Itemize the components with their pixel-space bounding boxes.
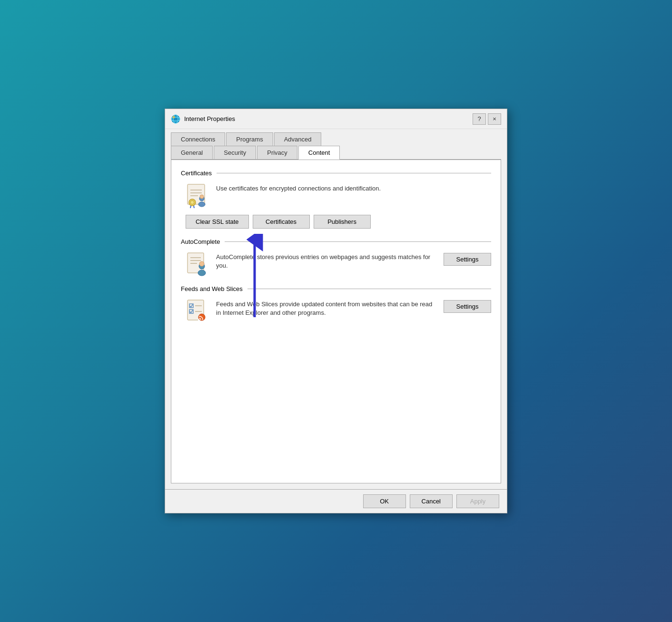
svg-point-23: [199, 261, 204, 266]
certificates-buttons: Clear SSL state Certificates Publishers: [181, 215, 491, 229]
feeds-body: Feeds and Web Slices provide updated con…: [181, 300, 491, 323]
certificates-body: Use certificates for encrypted connectio…: [181, 184, 491, 207]
tab-general[interactable]: General: [171, 146, 213, 160]
internet-properties-dialog: Internet Properties ? × Connections Prog…: [165, 109, 507, 513]
ie-icon: [171, 114, 180, 124]
close-button[interactable]: ×: [488, 113, 501, 125]
title-bar-controls: ? ×: [473, 113, 501, 125]
autocomplete-line: [225, 241, 491, 242]
publishers-button[interactable]: Publishers: [314, 215, 371, 229]
cancel-button[interactable]: Cancel: [410, 494, 453, 508]
tabs-row2: General Security Privacy Content: [165, 145, 507, 159]
feeds-settings-button[interactable]: Settings: [444, 300, 491, 313]
title-bar: Internet Properties ? ×: [165, 109, 507, 129]
autocomplete-section-header: AutoComplete: [181, 238, 491, 245]
autocomplete-settings-button[interactable]: Settings: [444, 253, 491, 266]
feeds-title: Feeds and Web Slices: [181, 285, 243, 292]
feeds-section-header: Feeds and Web Slices: [181, 285, 491, 292]
clear-ssl-button[interactable]: Clear SSL state: [186, 215, 249, 229]
autocomplete-description: AutoComplete stores previous entries on …: [216, 253, 438, 270]
svg-point-3: [173, 116, 175, 118]
tab-programs[interactable]: Programs: [226, 132, 273, 146]
certificates-title: Certificates: [181, 170, 212, 177]
svg-point-11: [190, 201, 194, 204]
svg-point-34: [198, 319, 200, 321]
certificates-button[interactable]: Certificates: [253, 215, 310, 229]
certificates-line: [217, 173, 491, 173]
feeds-line: [247, 289, 491, 289]
apply-button[interactable]: Apply: [456, 494, 499, 508]
dialog-footer: OK Cancel Apply: [165, 489, 507, 513]
svg-line-13: [194, 206, 194, 208]
certificates-section-header: Certificates: [181, 170, 491, 177]
autocomplete-icon: [186, 253, 208, 276]
content-area: Certificates: [171, 160, 501, 483]
svg-point-15: [198, 202, 205, 207]
help-button[interactable]: ?: [473, 113, 486, 125]
ok-button[interactable]: OK: [363, 494, 406, 508]
autocomplete-body: AutoComplete stores previous entries on …: [181, 253, 491, 276]
tabs-row1: Connections Programs Advanced: [165, 129, 507, 145]
tab-advanced[interactable]: Advanced: [274, 132, 322, 146]
tab-connections[interactable]: Connections: [171, 132, 225, 146]
autocomplete-title: AutoComplete: [181, 238, 220, 245]
feeds-icon: [186, 300, 208, 323]
svg-point-16: [200, 195, 204, 199]
feeds-description: Feeds and Web Slices provide updated con…: [216, 300, 438, 317]
svg-point-0: [171, 115, 180, 123]
tab-security[interactable]: Security: [214, 146, 256, 160]
tabs-container: Connections Programs Advanced General Se…: [165, 129, 507, 160]
certificate-icon: [186, 184, 208, 207]
tab-privacy[interactable]: Privacy: [257, 146, 297, 160]
tab-content[interactable]: Content: [298, 146, 340, 160]
dialog-title: Internet Properties: [184, 115, 473, 122]
svg-line-12: [190, 206, 191, 208]
svg-point-22: [198, 270, 206, 276]
certificates-description: Use certificates for encrypted connectio…: [216, 184, 491, 193]
